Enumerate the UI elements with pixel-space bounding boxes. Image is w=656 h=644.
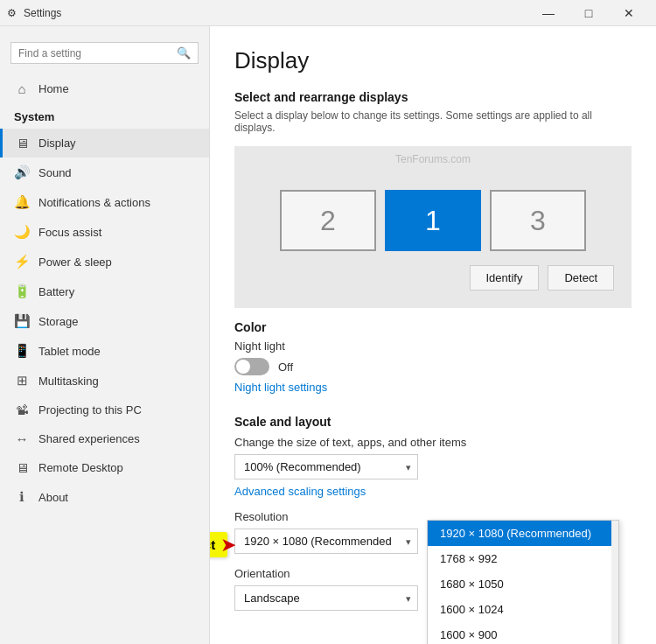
sidebar-item-remote[interactable]: 🖥 Remote Desktop xyxy=(0,453,209,482)
about-icon: ℹ xyxy=(14,489,30,505)
popup-item-2[interactable]: 1680 × 1050 xyxy=(428,571,618,597)
resolution-select[interactable]: 1920 × 1080 (Recommended) 1768 × 992 168… xyxy=(234,528,418,554)
settings-gear-icon: ⚙ xyxy=(7,7,17,19)
sound-icon: 🔊 xyxy=(14,164,30,180)
projecting-icon: 📽 xyxy=(14,402,30,417)
main-content: Display Select and rearrange displays Se… xyxy=(210,26,656,644)
sidebar-item-display[interactable]: 🖥 Display xyxy=(0,129,209,158)
display-box-3[interactable]: 3 xyxy=(490,190,586,251)
toggle-state-label: Off xyxy=(278,360,293,374)
sidebar: 🔍 ⌂ Home System 🖥 Display 🔊 Sound 🔔 Noti… xyxy=(0,26,210,644)
sidebar-item-about[interactable]: ℹ About xyxy=(0,482,209,512)
orientation-dropdown-wrapper: Landscape Portrait Landscape (flipped) P… xyxy=(234,585,418,611)
popup-scrollbar[interactable] xyxy=(611,521,618,644)
display-box-1[interactable]: 1 xyxy=(385,190,481,251)
color-title: Color xyxy=(234,320,632,334)
sidebar-projecting-label: Projecting to this PC xyxy=(38,403,142,416)
scale-section: Scale and layout Change the size of text… xyxy=(234,415,632,611)
search-icon: 🔍 xyxy=(177,46,191,60)
popup-item-1[interactable]: 1768 × 992 xyxy=(428,546,618,571)
titlebar: ⚙ Settings — □ ✕ xyxy=(0,0,656,26)
night-light-settings-link[interactable]: Night light settings xyxy=(234,381,327,394)
sidebar-power-label: Power & sleep xyxy=(38,256,112,269)
select-arrow-icon: ➤ xyxy=(220,534,236,556)
detect-button[interactable]: Detect xyxy=(548,265,614,290)
toggle-knob xyxy=(236,360,250,374)
tablet-icon: 📱 xyxy=(14,343,30,359)
toggle-row: Off xyxy=(234,358,632,375)
titlebar-controls: — □ ✕ xyxy=(528,0,649,26)
notifications-icon: 🔔 xyxy=(14,194,30,210)
search-box[interactable]: 🔍 xyxy=(10,42,199,64)
system-section-label: System xyxy=(0,107,209,129)
resolution-dropdown-wrapper: 1920 × 1080 (Recommended) 1768 × 992 168… xyxy=(234,528,418,554)
multitasking-icon: ⊞ xyxy=(14,373,30,388)
color-section: Color Night light Off Night light settin… xyxy=(234,320,632,406)
sidebar-storage-label: Storage xyxy=(38,315,79,328)
focus-icon: 🌙 xyxy=(14,224,30,240)
sidebar-sound-label: Sound xyxy=(38,166,72,179)
sidebar-item-home[interactable]: ⌂ Home xyxy=(0,74,209,103)
popup-item-4[interactable]: 1600 × 900 xyxy=(428,622,618,644)
sidebar-item-shared[interactable]: ↔ Shared experiences xyxy=(0,424,209,453)
select-rearrange-subtitle: Select a display below to change its set… xyxy=(234,109,632,134)
battery-icon: 🔋 xyxy=(14,284,30,299)
storage-icon: 💾 xyxy=(14,313,30,329)
sidebar-focus-label: Focus assist xyxy=(38,226,101,239)
resolution-row: Select ➤ 1920 × 1080 (Recommended) 1768 … xyxy=(234,528,632,556)
display-actions: Identify Detect xyxy=(470,265,615,290)
orientation-select[interactable]: Landscape Portrait Landscape (flipped) P… xyxy=(234,585,418,611)
select-rearrange-title: Select and rearrange displays xyxy=(234,90,632,104)
scale-select[interactable]: 100% (Recommended) xyxy=(234,454,418,480)
power-icon: ⚡ xyxy=(14,254,30,270)
night-light-toggle[interactable] xyxy=(234,358,269,375)
popup-item-3[interactable]: 1600 × 1024 xyxy=(428,597,618,622)
sidebar-remote-label: Remote Desktop xyxy=(38,461,123,474)
sidebar-display-label: Display xyxy=(38,136,76,150)
sidebar-battery-label: Battery xyxy=(38,285,74,298)
minimize-button[interactable]: — xyxy=(528,0,569,26)
maximize-button[interactable]: □ xyxy=(569,0,609,26)
sidebar-item-multitasking[interactable]: ⊞ Multitasking xyxy=(0,366,209,396)
sidebar-notifications-label: Notifications & actions xyxy=(38,196,150,209)
advanced-scaling-link[interactable]: Advanced scaling settings xyxy=(234,485,632,498)
sidebar-item-storage[interactable]: 💾 Storage xyxy=(0,306,209,336)
sidebar-item-battery[interactable]: 🔋 Battery xyxy=(0,276,209,306)
sidebar-about-label: About xyxy=(38,491,68,504)
remote-icon: 🖥 xyxy=(14,460,30,475)
sidebar-item-tablet[interactable]: 📱 Tablet mode xyxy=(0,336,209,366)
scale-dropdown-wrapper: 100% (Recommended) ▾ xyxy=(234,454,418,480)
display-icon: 🖥 xyxy=(14,136,30,150)
sidebar-item-projecting[interactable]: 📽 Projecting to this PC xyxy=(0,396,209,424)
search-input[interactable] xyxy=(18,47,177,60)
home-label: Home xyxy=(38,82,69,95)
sidebar-item-power[interactable]: ⚡ Power & sleep xyxy=(0,247,209,276)
scale-layout-title: Scale and layout xyxy=(234,415,632,429)
sidebar-multitasking-label: Multitasking xyxy=(38,374,99,388)
display-selector: TenForums.com 2 1 3 Identify Detect xyxy=(234,146,632,308)
night-light-label: Night light xyxy=(234,340,632,353)
sidebar-item-sound[interactable]: 🔊 Sound xyxy=(0,158,209,187)
popup-item-0[interactable]: 1920 × 1080 (Recommended) xyxy=(428,521,618,546)
close-button[interactable]: ✕ xyxy=(609,0,649,26)
watermark: TenForums.com xyxy=(395,153,471,165)
sidebar-shared-label: Shared experiences xyxy=(38,432,140,445)
identify-button[interactable]: Identify xyxy=(470,265,540,290)
display-box-2[interactable]: 2 xyxy=(280,190,376,251)
app-container: 🔍 ⌂ Home System 🖥 Display 🔊 Sound 🔔 Noti… xyxy=(0,0,656,644)
page-title: Display xyxy=(234,47,632,74)
sidebar-tablet-label: Tablet mode xyxy=(38,345,101,358)
display-boxes: 2 1 3 xyxy=(280,190,586,251)
resolution-popup: 1920 × 1080 (Recommended) 1768 × 992 168… xyxy=(427,520,619,644)
sidebar-item-notifications[interactable]: 🔔 Notifications & actions xyxy=(0,187,209,217)
change-size-label: Change the size of text, apps, and other… xyxy=(234,436,632,449)
titlebar-title: Settings xyxy=(24,7,61,19)
titlebar-left: ⚙ Settings xyxy=(7,7,61,19)
shared-icon: ↔ xyxy=(14,431,30,446)
sidebar-item-focus[interactable]: 🌙 Focus assist xyxy=(0,217,209,247)
home-icon: ⌂ xyxy=(14,81,30,96)
